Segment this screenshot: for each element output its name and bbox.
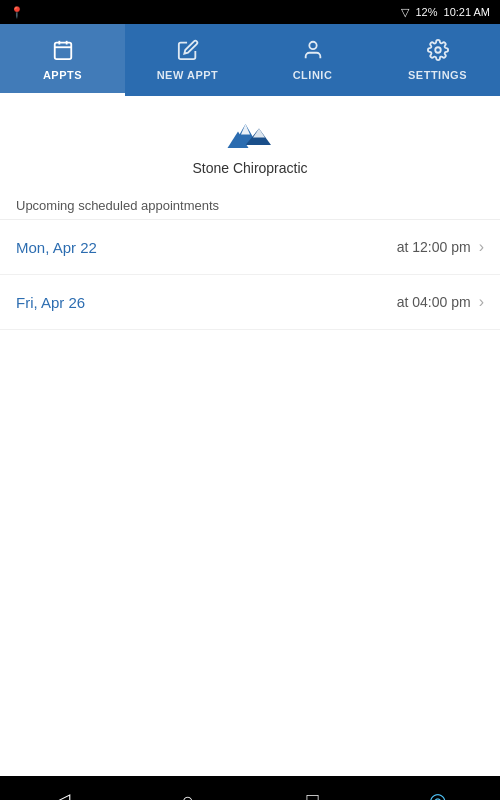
appt-row-0[interactable]: Mon, Apr 22 at 12:00 pm › — [0, 220, 500, 275]
status-left: 📍 — [10, 6, 24, 19]
nav-new-appt[interactable]: NEW APPT — [125, 24, 250, 96]
home-button[interactable]: ○ — [163, 782, 213, 800]
appt-time-section-1: at 04:00 pm › — [397, 293, 484, 311]
nav-bar: APPTS NEW APPT CLINIC — [0, 24, 500, 96]
section-label: Upcoming scheduled appointments — [0, 188, 500, 220]
svg-marker-9 — [253, 129, 265, 138]
appt-time-1: at 04:00 pm — [397, 294, 471, 310]
gear-icon — [427, 39, 449, 65]
home-icon: ○ — [181, 789, 193, 801]
svg-point-4 — [309, 42, 316, 49]
svg-rect-0 — [54, 43, 71, 59]
nav-settings[interactable]: SETTINGS — [375, 24, 500, 96]
appt-date-1: Fri, Apr 26 — [16, 294, 85, 311]
appt-time-0: at 12:00 pm — [397, 239, 471, 255]
status-right: ▽ 12% 10:21 AM — [401, 6, 490, 19]
main-content: Stone Chiropractic Upcoming scheduled ap… — [0, 96, 500, 776]
svg-marker-7 — [241, 124, 250, 135]
nav-appts[interactable]: APPTS — [0, 24, 125, 96]
mountain-logo — [220, 116, 280, 156]
clinic-name: Stone Chiropractic — [192, 160, 307, 176]
battery-text: 12% — [415, 6, 437, 18]
bottom-bar: ◁ ○ □ ◎ — [0, 776, 500, 800]
appts-label: APPTS — [43, 69, 82, 81]
logo-section: Stone Chiropractic — [0, 96, 500, 188]
back-icon: ◁ — [55, 788, 70, 800]
assistant-icon: ◎ — [429, 788, 446, 800]
time-text: 10:21 AM — [444, 6, 490, 18]
appt-time-section-0: at 12:00 pm › — [397, 238, 484, 256]
chevron-right-icon-0: › — [479, 238, 484, 256]
clinic-label: CLINIC — [293, 69, 333, 81]
pencil-icon — [177, 39, 199, 65]
recent-icon: □ — [306, 789, 318, 801]
assistant-button[interactable]: ◎ — [413, 782, 463, 800]
new-appt-label: NEW APPT — [157, 69, 219, 81]
calendar-icon — [52, 39, 74, 65]
app-container: APPTS NEW APPT CLINIC — [0, 24, 500, 776]
appt-date-0: Mon, Apr 22 — [16, 239, 97, 256]
back-button[interactable]: ◁ — [38, 782, 88, 800]
recent-button[interactable]: □ — [288, 782, 338, 800]
chevron-right-icon-1: › — [479, 293, 484, 311]
person-icon — [302, 39, 324, 65]
nav-clinic[interactable]: CLINIC — [250, 24, 375, 96]
svg-point-5 — [435, 47, 441, 53]
wifi-icon: ▽ — [401, 6, 409, 19]
status-bar: 📍 ▽ 12% 10:21 AM — [0, 0, 500, 24]
appt-row-1[interactable]: Fri, Apr 26 at 04:00 pm › — [0, 275, 500, 330]
location-icon: 📍 — [10, 6, 24, 19]
settings-label: SETTINGS — [408, 69, 467, 81]
